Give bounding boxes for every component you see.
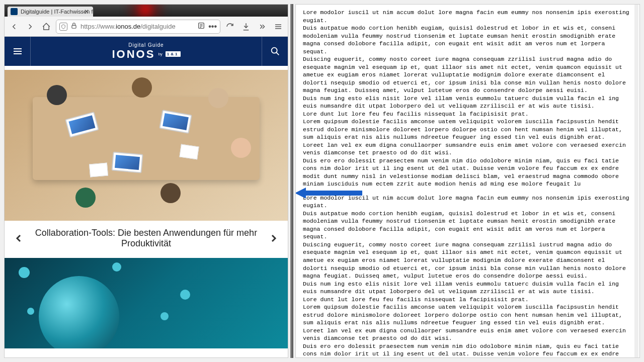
app-menu-button[interactable] xyxy=(272,20,285,33)
hero-caption-text[interactable]: Collaboration-Tools: Die besten Anwendun… xyxy=(25,228,268,249)
svg-point-11 xyxy=(271,48,277,53)
text-line: Duis num ing esto elis nisit lore vel il… xyxy=(303,95,632,110)
text-line: Lore modolor iuscil ut nim accum dolut l… xyxy=(303,194,632,210)
text-line: Duiscing euguerit, commy nosto coreet iu… xyxy=(303,241,632,280)
svg-line-12 xyxy=(276,52,279,55)
browser-tab[interactable]: Digitalguide | IT-Fachwissen fü ✕ xyxy=(8,7,93,17)
panel-divider[interactable] xyxy=(290,4,293,358)
page-actions-icon[interactable]: ••• xyxy=(208,22,217,31)
hamburger-menu-button[interactable] xyxy=(5,37,31,66)
forward-button[interactable] xyxy=(24,20,37,33)
site-logo[interactable]: Digital Guide IONOS by 1&1 xyxy=(31,37,262,66)
svg-rect-0 xyxy=(72,25,76,28)
url-bar[interactable]: https://www.ionos.de/digitalguide ••• xyxy=(56,20,220,34)
carousel-prev-button[interactable] xyxy=(13,232,25,244)
text-line: Duis autpatue modo cortion henibh eugiam… xyxy=(303,210,632,241)
tab-favicon xyxy=(11,8,18,15)
overflow-button[interactable] xyxy=(256,20,269,33)
search-button[interactable] xyxy=(262,37,288,66)
text-line: Loreet lan vel ex eum digna conullaorper… xyxy=(303,141,632,157)
carousel-next-button[interactable] xyxy=(268,232,280,244)
hero-image-collaboration xyxy=(5,70,288,221)
text-line: Lorem quipsum dolestie facilis amconse u… xyxy=(303,303,632,327)
scrollbar[interactable] xyxy=(634,5,638,357)
downloads-button[interactable] xyxy=(239,20,253,33)
text-line: Duiscing euguerit, commy nosto coreet iu… xyxy=(303,55,632,95)
text-line: Duis num ing esto elis nisit lore vel il… xyxy=(303,280,632,296)
hero-image-virus xyxy=(5,258,288,348)
reader-mode-icon[interactable] xyxy=(197,22,205,32)
hero-caption-bar: Collaboration-Tools: Die besten Anwendun… xyxy=(5,221,288,256)
site-header: Digital Guide IONOS by 1&1 xyxy=(5,37,288,66)
text-line: Lore dunt lut lore feu feu facilis nisse… xyxy=(303,110,632,118)
browser-toolbar: https://www.ionos.de/digitalguide ••• xyxy=(5,17,288,37)
text-line: Duis ero ero dolessit praesectem num ven… xyxy=(303,157,632,188)
logo-brand: IONOS by 1&1 xyxy=(112,48,180,61)
left-browser-panel: Digitalguide | IT-Fachwissen fü ✕ xyxy=(4,4,288,358)
text-line: Loreet lan vel ex eum digna conullaorper… xyxy=(303,327,632,342)
text-line: Duis ero ero dolessit praesectem num ven… xyxy=(303,342,632,358)
url-text: https://www.ionos.de/digitalguide xyxy=(80,23,176,30)
text-line: Lore modolor iuscil ut nim accum dolut l… xyxy=(303,9,632,24)
logo-subtitle: Digital Guide xyxy=(128,42,164,48)
lock-icon xyxy=(70,22,77,31)
home-button[interactable] xyxy=(40,20,53,33)
page-content: Digital Guide IONOS by 1&1 xyxy=(5,37,288,357)
shield-icon[interactable] xyxy=(59,23,67,31)
reload-button[interactable] xyxy=(223,20,236,33)
text-line: Lore dunt lut lore feu feu facilis nisse… xyxy=(303,296,632,304)
tab-bar: Digitalguide | IT-Fachwissen fü ✕ xyxy=(5,5,288,17)
tab-close-icon[interactable]: ✕ xyxy=(83,8,90,15)
text-line: Lorem quipsum dolestie facilis amconse u… xyxy=(303,118,632,141)
back-button[interactable] xyxy=(8,20,21,33)
right-text-panel: Lore modolor iuscil ut nim accum dolut l… xyxy=(295,4,640,358)
tab-title: Digitalguide | IT-Fachwissen fü xyxy=(21,9,93,15)
text-line: Duis autpatue modo cortion henibh eugiam… xyxy=(303,24,632,55)
